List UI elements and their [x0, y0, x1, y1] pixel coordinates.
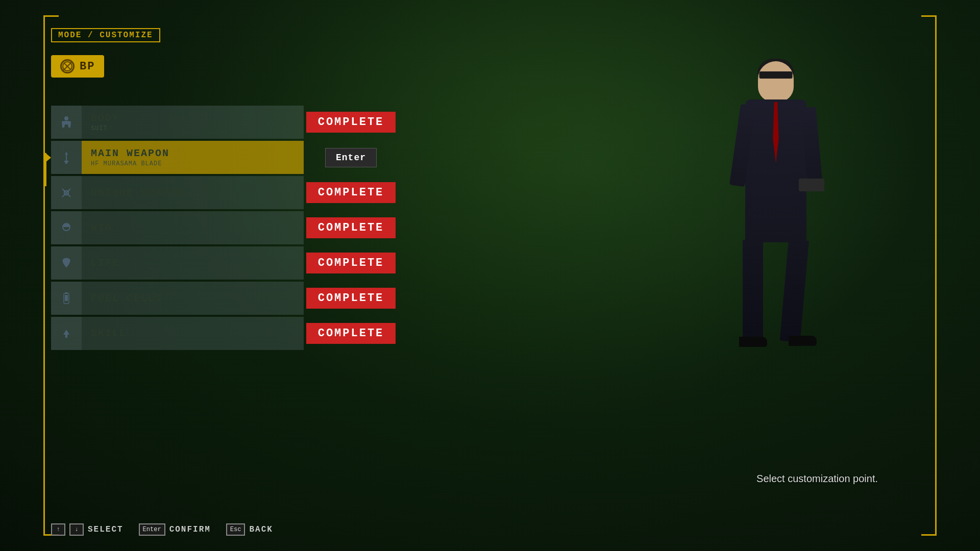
- main-weapon-enter-badge[interactable]: Enter: [325, 148, 377, 167]
- bp-badge: BP: [51, 55, 104, 78]
- fuel-cells-complete-badge: COMPLETE: [306, 288, 396, 309]
- wig-main-label: WIG: [91, 222, 304, 234]
- bottom-controls: ↑↓SELECTEnterCONFIRMEscBACK: [51, 523, 273, 536]
- fuel-cells-main-label: FUEL CELLS: [91, 292, 304, 304]
- bp-icon: [60, 59, 75, 73]
- body-complete-badge: COMPLETE: [306, 112, 396, 133]
- unique-weapon-status-cell: COMPLETE: [304, 176, 398, 209]
- unique-weapon-main-label: UNIQUE WEAPON: [91, 187, 304, 198]
- body-main-label: BODY: [91, 112, 304, 124]
- life-complete-badge: COMPLETE: [306, 253, 396, 273]
- menu-item-main-weapon[interactable]: MAIN WEAPONHF MURASAMA BLADEEnter: [51, 141, 398, 174]
- skill-complete-badge: COMPLETE: [306, 323, 396, 344]
- control-label-confirm: CONFIRM: [169, 525, 211, 534]
- gold-line-right: [935, 46, 937, 505]
- control-label-select: SELECT: [88, 525, 124, 534]
- char-shoe-left: [739, 337, 767, 347]
- life-label-cell: LIFE: [82, 246, 304, 280]
- bp-label: BP: [80, 60, 95, 73]
- life-icon-cell: [51, 246, 82, 280]
- menu-item-fuel-cells[interactable]: FUEL CELLSCOMPLETE: [51, 282, 398, 315]
- life-status-cell: COMPLETE: [304, 246, 398, 280]
- main-weapon-main-label: MAIN WEAPON: [91, 147, 304, 159]
- main-weapon-sub-label: HF MURASAMA BLADE: [91, 160, 304, 167]
- svg-rect-6: [65, 162, 67, 164]
- skill-label-cell: SKILL: [82, 317, 304, 350]
- unique-weapon-icon-cell: [51, 176, 82, 209]
- key--: ↑: [51, 523, 65, 536]
- key-esc: Esc: [226, 523, 246, 536]
- ui-panel: MODE / CUSTOMIZE BP BODYSUITCOMPLETEMAIN…: [51, 28, 419, 352]
- selection-gold-bar: [45, 153, 46, 186]
- fuel-cells-icon-cell: [51, 282, 82, 315]
- corner-bracket-bottom-right: [921, 505, 937, 536]
- control-select-keys: ↑↓SELECT: [51, 523, 124, 536]
- body-sub-label: SUIT: [91, 125, 304, 132]
- body-status-cell: COMPLETE: [304, 106, 398, 139]
- menu-item-skill[interactable]: SKILLCOMPLETE: [51, 317, 398, 350]
- svg-marker-4: [65, 152, 68, 155]
- skill-main-label: SKILL: [91, 328, 304, 339]
- char-shoe-right: [789, 336, 817, 346]
- key-enter: Enter: [139, 523, 165, 536]
- control-label-back: BACK: [249, 525, 273, 534]
- control-confirm-key: EnterCONFIRM: [139, 523, 211, 536]
- svg-rect-12: [65, 295, 68, 301]
- menu-item-body[interactable]: BODYSUITCOMPLETE: [51, 106, 398, 139]
- main-weapon-status-cell: Enter: [304, 141, 398, 174]
- svg-line-1: [63, 62, 71, 70]
- body-label-cell: BODYSUIT: [82, 106, 304, 139]
- control-back-key: EscBACK: [226, 523, 273, 536]
- main-weapon-label-cell: MAIN WEAPONHF MURASAMA BLADE: [82, 141, 304, 174]
- wig-complete-badge: COMPLETE: [306, 217, 396, 238]
- unique-weapon-label-cell: UNIQUE WEAPON: [82, 176, 304, 209]
- character-figure: [725, 51, 827, 398]
- skill-status-cell: COMPLETE: [304, 317, 398, 350]
- body-icon-cell: [51, 106, 82, 139]
- char-gun: [799, 179, 824, 191]
- char-head: [758, 61, 794, 102]
- menu-item-unique-weapon[interactable]: UNIQUE WEAPONCOMPLETE: [51, 176, 398, 209]
- character-preview: [674, 51, 878, 408]
- skill-icon-cell: [51, 317, 82, 350]
- mode-header: MODE / CUSTOMIZE: [51, 28, 160, 42]
- fuel-cells-label-cell: FUEL CELLS: [82, 282, 304, 315]
- wig-icon-cell: [51, 211, 82, 244]
- key--: ↓: [69, 523, 84, 536]
- wig-status-cell: COMPLETE: [304, 211, 398, 244]
- breadcrumb: MODE / CUSTOMIZE: [58, 31, 153, 40]
- menu-item-life[interactable]: LIFECOMPLETE: [51, 246, 398, 280]
- char-glasses: [760, 71, 793, 79]
- bp-symbol-icon: [62, 61, 73, 72]
- fuel-cells-status-cell: COMPLETE: [304, 282, 398, 315]
- unique-weapon-complete-badge: COMPLETE: [306, 182, 396, 203]
- corner-bracket-top-right: [921, 15, 937, 46]
- svg-rect-5: [64, 161, 68, 162]
- menu-items-list: BODYSUITCOMPLETEMAIN WEAPONHF MURASAMA B…: [51, 106, 398, 352]
- main-weapon-icon-cell: [51, 141, 82, 174]
- svg-rect-2: [64, 116, 68, 120]
- gold-line-left: [43, 46, 45, 505]
- wig-label-cell: WIG: [82, 211, 304, 244]
- menu-item-wig[interactable]: WIGCOMPLETE: [51, 211, 398, 244]
- char-leg-left: [743, 240, 763, 342]
- help-text: Select customization point.: [756, 473, 878, 485]
- life-main-label: LIFE: [91, 257, 304, 269]
- svg-rect-13: [65, 292, 68, 294]
- char-leg-right: [780, 239, 809, 342]
